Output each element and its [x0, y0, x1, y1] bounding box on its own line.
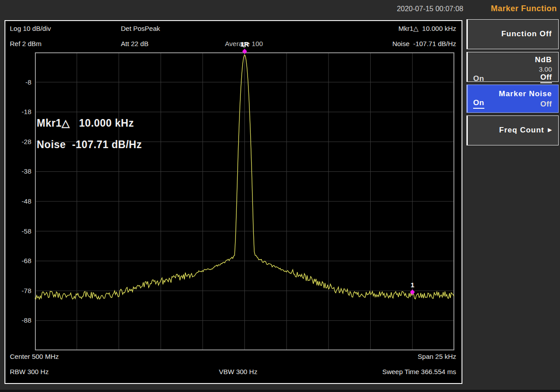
- y-axis-tick--58: -58: [5, 227, 31, 235]
- y-axis-tick--68: -68: [5, 257, 31, 264]
- y-axis-tick--48: -48: [5, 197, 31, 205]
- rbw-label: RBW 300 Hz: [10, 368, 49, 376]
- y-axis-tick--8: -8: [5, 78, 31, 86]
- marker-noise-label: Marker Noise: [473, 89, 552, 98]
- center-freq-label: Center 500 MHz: [10, 353, 59, 361]
- menu-title: Marker Function: [466, 4, 557, 13]
- y-axis-tick--88: -88: [5, 316, 31, 324]
- y-axis-labels: -8-18-28-38-48-58-68-78-88: [5, 52, 31, 350]
- span-label: Span 25 kHz: [418, 353, 456, 361]
- ndb-on-option[interactable]: On: [473, 74, 484, 83]
- ndb-value: 3.00: [473, 65, 552, 73]
- spectrum-plot: 1R1: [35, 52, 454, 350]
- function-off-button[interactable]: Function Off: [466, 19, 559, 49]
- marker-freq-readout: Mkr1△ 10.000 kHz: [398, 25, 456, 33]
- spectrum-trace-svg: 1R1: [35, 52, 454, 350]
- marker-label-1R: 1R: [240, 40, 249, 48]
- sweep-time-label: Sweep Time 366.554 ms: [382, 368, 456, 376]
- measurement-display: Log 10 dB/div Det PosPeak Mkr1△ 10.000 k…: [4, 20, 462, 384]
- ndb-off-option[interactable]: Off: [540, 73, 552, 83]
- datetime-display: 2020-07-15 00:07:08: [383, 5, 463, 13]
- vbw-label: VBW 300 Hz: [198, 368, 278, 376]
- attenuation-label: Att 22 dB: [121, 40, 149, 48]
- y-axis-tick--18: -18: [5, 108, 31, 115]
- amplitude-scale-label: Log 10 dB/div: [10, 25, 51, 33]
- freq-count-label: Freq Count: [499, 126, 544, 135]
- detector-label: Det PosPeak: [121, 25, 160, 33]
- marker-noise-readout: Noise -107.71 dB/Hz: [392, 40, 456, 48]
- ndb-label: NdB: [473, 55, 552, 64]
- marker-label-1: 1: [410, 281, 414, 289]
- submenu-arrow-icon: ▶: [548, 127, 552, 133]
- screen-bottom-edge: [0, 390, 560, 392]
- marker-panel-freq: Mkr1△ 10.000 kHz: [37, 117, 134, 129]
- marker-noise-on-option[interactable]: On: [473, 98, 484, 109]
- y-axis-tick--28: -28: [5, 138, 31, 145]
- ndb-button[interactable]: NdB 3.00 On Off: [466, 52, 559, 82]
- y-axis-tick--78: -78: [5, 287, 31, 294]
- spectrum-analyzer-screen: 2020-07-15 00:07:08 Marker Function Log …: [0, 0, 560, 392]
- marker-panel-noise: Noise -107.71 dB/Hz: [37, 139, 142, 151]
- marker-noise-off-option[interactable]: Off: [540, 100, 552, 109]
- marker-noise-button[interactable]: Marker Noise On Off: [466, 85, 559, 113]
- ref-level-label: Ref 2 dBm: [10, 40, 42, 48]
- function-off-label: Function Off: [473, 30, 552, 38]
- freq-count-button[interactable]: Freq Count ▶: [466, 115, 559, 145]
- y-axis-tick--38: -38: [5, 167, 31, 175]
